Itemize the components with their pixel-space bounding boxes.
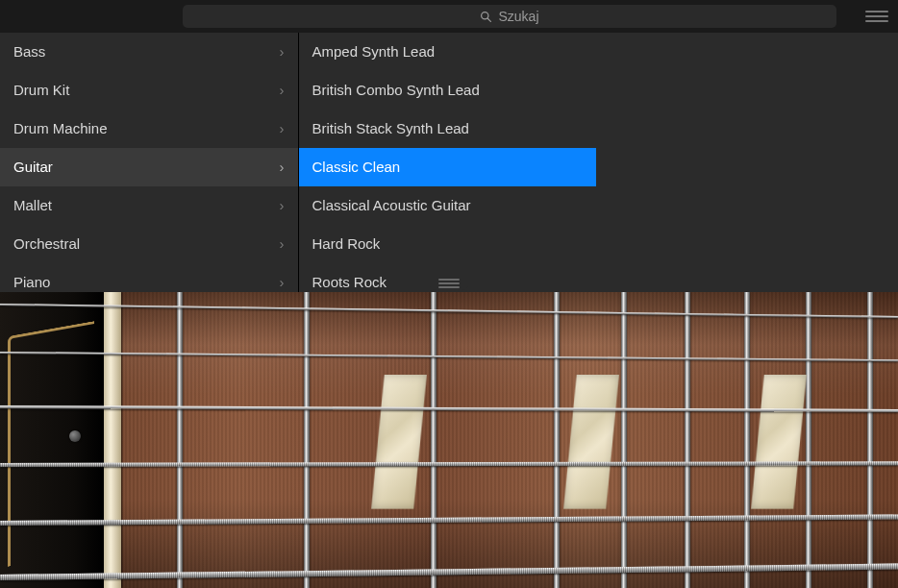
search-icon bbox=[480, 11, 492, 23]
category-item-piano[interactable]: Piano › bbox=[0, 263, 298, 292]
chevron-right-icon: › bbox=[280, 82, 285, 98]
string-5[interactable] bbox=[0, 514, 898, 526]
preset-item[interactable]: Hard Rock bbox=[299, 225, 597, 263]
menu-button[interactable] bbox=[865, 5, 888, 28]
chevron-right-icon: › bbox=[280, 274, 285, 290]
preset-item-selected[interactable]: Classic Clean bbox=[299, 148, 597, 186]
svg-point-0 bbox=[482, 12, 488, 18]
browser-empty-column bbox=[596, 33, 898, 292]
category-column: Bass › Drum Kit › Drum Machine › Guitar … bbox=[0, 33, 298, 292]
chevron-right-icon: › bbox=[280, 197, 285, 213]
preset-label: Amped Synth Lead bbox=[312, 43, 436, 60]
category-label: Bass bbox=[13, 43, 45, 60]
search-placeholder: Szukaj bbox=[498, 9, 538, 24]
chevron-right-icon: › bbox=[280, 235, 285, 252]
chevron-right-icon: › bbox=[280, 120, 285, 136]
preset-item[interactable]: Classical Acoustic Guitar bbox=[299, 186, 597, 225]
preset-label: British Combo Synth Lead bbox=[312, 82, 480, 98]
preset-item[interactable]: Amped Synth Lead bbox=[299, 33, 597, 71]
category-item-mallet[interactable]: Mallet › bbox=[0, 186, 298, 225]
category-label: Piano bbox=[13, 274, 50, 290]
top-bar: Szukaj bbox=[0, 0, 898, 33]
app-root: Szukaj Bass › Drum Kit › Drum Machine › … bbox=[0, 0, 898, 588]
preset-label: Classic Clean bbox=[312, 159, 401, 175]
string-1[interactable] bbox=[0, 304, 898, 318]
category-item-drum-machine[interactable]: Drum Machine › bbox=[0, 110, 298, 148]
string-3[interactable] bbox=[0, 405, 898, 412]
preset-label: Hard Rock bbox=[312, 235, 381, 252]
chevron-right-icon: › bbox=[280, 159, 285, 175]
string-6[interactable] bbox=[0, 564, 898, 580]
chevron-right-icon: › bbox=[280, 43, 285, 60]
guitar-touch-instrument[interactable] bbox=[0, 292, 898, 588]
category-item-guitar[interactable]: Guitar › bbox=[0, 148, 298, 186]
sound-browser: Bass › Drum Kit › Drum Machine › Guitar … bbox=[0, 33, 596, 292]
category-item-drum-kit[interactable]: Drum Kit › bbox=[0, 71, 298, 110]
category-label: Guitar bbox=[13, 159, 53, 175]
preset-label: Roots Rock bbox=[312, 274, 387, 290]
category-label: Drum Kit bbox=[13, 82, 69, 98]
string-2[interactable] bbox=[0, 352, 898, 361]
preset-item[interactable]: British Stack Synth Lead bbox=[299, 110, 597, 148]
guitar-strings[interactable] bbox=[0, 292, 898, 588]
preset-item[interactable]: British Combo Synth Lead bbox=[299, 71, 597, 110]
category-item-bass[interactable]: Bass › bbox=[0, 33, 298, 71]
preset-label: Classical Acoustic Guitar bbox=[312, 197, 471, 213]
category-item-orchestral[interactable]: Orchestral › bbox=[0, 225, 298, 263]
category-label: Orchestral bbox=[13, 235, 80, 252]
svg-line-1 bbox=[488, 18, 491, 21]
browser-resize-handle[interactable] bbox=[430, 277, 468, 290]
string-4[interactable] bbox=[0, 461, 898, 467]
preset-label: British Stack Synth Lead bbox=[312, 120, 469, 136]
search-input[interactable]: Szukaj bbox=[183, 5, 836, 28]
category-label: Drum Machine bbox=[13, 120, 108, 136]
category-label: Mallet bbox=[13, 197, 52, 213]
preset-column: Amped Synth Lead British Combo Synth Lea… bbox=[298, 33, 597, 292]
